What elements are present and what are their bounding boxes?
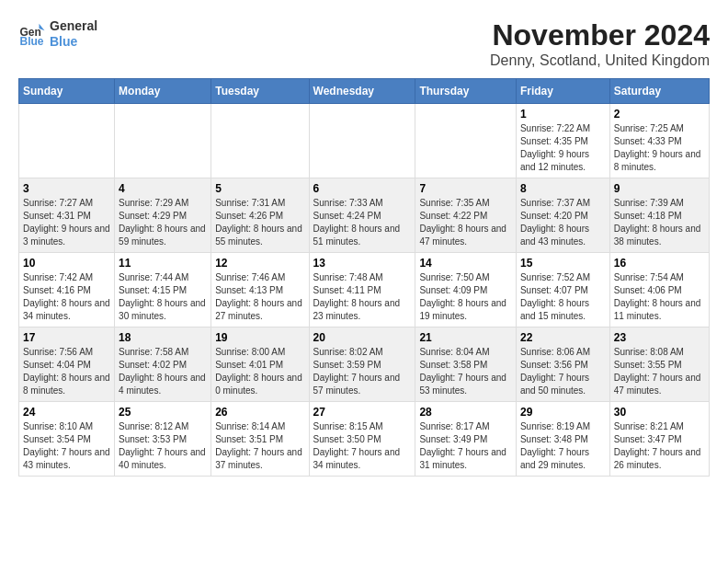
day-number: 4 [119,182,207,195]
calendar-week-row: 1Sunrise: 7:22 AMSunset: 4:35 PMDaylight… [19,104,710,178]
calendar-cell: 18Sunrise: 7:58 AMSunset: 4:02 PMDayligh… [115,327,211,402]
day-number: 29 [520,406,606,419]
day-number: 21 [419,331,512,344]
calendar-cell: 25Sunrise: 8:12 AMSunset: 3:53 PMDayligh… [115,402,211,477]
calendar-cell: 1Sunrise: 7:22 AMSunset: 4:35 PMDaylight… [516,104,609,178]
day-info: Sunrise: 7:29 AMSunset: 4:29 PMDaylight:… [119,197,207,248]
day-info: Sunrise: 7:52 AMSunset: 4:07 PMDaylight:… [520,271,606,323]
calendar-cell [115,104,211,178]
calendar-cell: 5Sunrise: 7:31 AMSunset: 4:26 PMDaylight… [211,178,309,253]
day-info: Sunrise: 8:04 AMSunset: 3:58 PMDaylight:… [419,346,512,397]
day-info: Sunrise: 8:15 AMSunset: 3:50 PMDaylight:… [313,420,412,472]
day-info: Sunrise: 8:06 AMSunset: 3:56 PMDaylight:… [520,346,606,397]
day-info: Sunrise: 8:21 AMSunset: 3:47 PMDaylight:… [614,420,705,472]
weekday-header: Saturday [609,79,709,104]
weekday-header: Thursday [415,79,517,104]
subtitle: Denny, Scotland, United Kingdom [490,52,710,69]
main-title: November 2024 [490,18,710,52]
calendar-cell: 2Sunrise: 7:25 AMSunset: 4:33 PMDaylight… [609,104,709,178]
day-number: 9 [614,182,705,195]
day-info: Sunrise: 8:10 AMSunset: 3:54 PMDaylight:… [23,420,110,472]
weekday-header: Tuesday [211,79,309,104]
weekday-header: Sunday [19,79,115,104]
weekday-header: Wednesday [309,79,415,104]
calendar-cell: 16Sunrise: 7:54 AMSunset: 4:06 PMDayligh… [609,253,709,327]
calendar-cell: 29Sunrise: 8:19 AMSunset: 3:48 PMDayligh… [516,402,609,477]
day-number: 28 [419,406,512,419]
day-info: Sunrise: 7:25 AMSunset: 4:33 PMDaylight:… [614,122,705,174]
calendar-cell: 13Sunrise: 7:48 AMSunset: 4:11 PMDayligh… [309,253,415,327]
day-number: 24 [23,406,110,419]
calendar-cell: 24Sunrise: 8:10 AMSunset: 3:54 PMDayligh… [19,402,115,477]
calendar-cell [19,104,115,178]
day-info: Sunrise: 7:33 AMSunset: 4:24 PMDaylight:… [313,197,412,248]
calendar-cell: 23Sunrise: 8:08 AMSunset: 3:55 PMDayligh… [609,327,709,402]
svg-text:Blue: Blue [20,35,44,48]
day-number: 17 [23,331,110,344]
day-number: 14 [419,257,512,270]
day-number: 27 [313,406,412,419]
day-info: Sunrise: 7:44 AMSunset: 4:15 PMDaylight:… [119,271,207,323]
day-info: Sunrise: 8:00 AMSunset: 4:01 PMDaylight:… [215,346,304,397]
logo-icon: Gen Blue [18,20,46,48]
logo: Gen Blue General Blue [18,18,97,50]
day-number: 2 [614,108,705,121]
calendar-cell: 6Sunrise: 7:33 AMSunset: 4:24 PMDaylight… [309,178,415,253]
calendar-cell [309,104,415,178]
calendar-cell: 10Sunrise: 7:42 AMSunset: 4:16 PMDayligh… [19,253,115,327]
calendar-cell: 9Sunrise: 7:39 AMSunset: 4:18 PMDaylight… [609,178,709,253]
calendar-cell [415,104,517,178]
logo-text: General Blue [50,18,97,50]
weekday-header: Monday [115,79,211,104]
day-info: Sunrise: 7:54 AMSunset: 4:06 PMDaylight:… [614,271,705,323]
calendar-cell: 3Sunrise: 7:27 AMSunset: 4:31 PMDaylight… [19,178,115,253]
calendar-cell [211,104,309,178]
calendar-cell: 17Sunrise: 7:56 AMSunset: 4:04 PMDayligh… [19,327,115,402]
logo-line1: General [50,18,97,34]
calendar-cell: 15Sunrise: 7:52 AMSunset: 4:07 PMDayligh… [516,253,609,327]
calendar-cell: 11Sunrise: 7:44 AMSunset: 4:15 PMDayligh… [115,253,211,327]
day-info: Sunrise: 8:17 AMSunset: 3:49 PMDaylight:… [419,420,512,472]
day-number: 18 [119,331,207,344]
calendar-cell: 4Sunrise: 7:29 AMSunset: 4:29 PMDaylight… [115,178,211,253]
day-info: Sunrise: 7:56 AMSunset: 4:04 PMDaylight:… [23,346,110,397]
page-header: Gen Blue General Blue November 2024 Denn… [18,18,710,69]
day-info: Sunrise: 8:19 AMSunset: 3:48 PMDaylight:… [520,420,606,472]
calendar-cell: 28Sunrise: 8:17 AMSunset: 3:49 PMDayligh… [415,402,517,477]
logo-line2: Blue [50,34,97,50]
calendar-cell: 22Sunrise: 8:06 AMSunset: 3:56 PMDayligh… [516,327,609,402]
calendar-cell: 20Sunrise: 8:02 AMSunset: 3:59 PMDayligh… [309,327,415,402]
day-number: 19 [215,331,304,344]
calendar-cell: 19Sunrise: 8:00 AMSunset: 4:01 PMDayligh… [211,327,309,402]
calendar-cell: 30Sunrise: 8:21 AMSunset: 3:47 PMDayligh… [609,402,709,477]
calendar-cell: 26Sunrise: 8:14 AMSunset: 3:51 PMDayligh… [211,402,309,477]
day-info: Sunrise: 7:31 AMSunset: 4:26 PMDaylight:… [215,197,304,248]
day-number: 20 [313,331,412,344]
day-number: 16 [614,257,705,270]
day-info: Sunrise: 8:14 AMSunset: 3:51 PMDaylight:… [215,420,304,472]
weekday-header: Friday [516,79,609,104]
day-info: Sunrise: 7:35 AMSunset: 4:22 PMDaylight:… [419,197,512,248]
day-number: 10 [23,257,110,270]
day-number: 22 [520,331,606,344]
day-number: 23 [614,331,705,344]
calendar-cell: 21Sunrise: 8:04 AMSunset: 3:58 PMDayligh… [415,327,517,402]
day-number: 6 [313,182,412,195]
day-info: Sunrise: 7:42 AMSunset: 4:16 PMDaylight:… [23,271,110,323]
day-info: Sunrise: 7:37 AMSunset: 4:20 PMDaylight:… [520,197,606,248]
day-number: 12 [215,257,304,270]
day-number: 11 [119,257,207,270]
day-number: 3 [23,182,110,195]
calendar-cell: 14Sunrise: 7:50 AMSunset: 4:09 PMDayligh… [415,253,517,327]
day-number: 1 [520,108,606,121]
day-info: Sunrise: 7:39 AMSunset: 4:18 PMDaylight:… [614,197,705,248]
day-info: Sunrise: 7:58 AMSunset: 4:02 PMDaylight:… [119,346,207,397]
day-info: Sunrise: 7:48 AMSunset: 4:11 PMDaylight:… [313,271,412,323]
day-number: 5 [215,182,304,195]
day-number: 8 [520,182,606,195]
day-info: Sunrise: 7:27 AMSunset: 4:31 PMDaylight:… [23,197,110,248]
day-info: Sunrise: 7:46 AMSunset: 4:13 PMDaylight:… [215,271,304,323]
calendar-cell: 7Sunrise: 7:35 AMSunset: 4:22 PMDaylight… [415,178,517,253]
day-number: 7 [419,182,512,195]
calendar-cell: 12Sunrise: 7:46 AMSunset: 4:13 PMDayligh… [211,253,309,327]
